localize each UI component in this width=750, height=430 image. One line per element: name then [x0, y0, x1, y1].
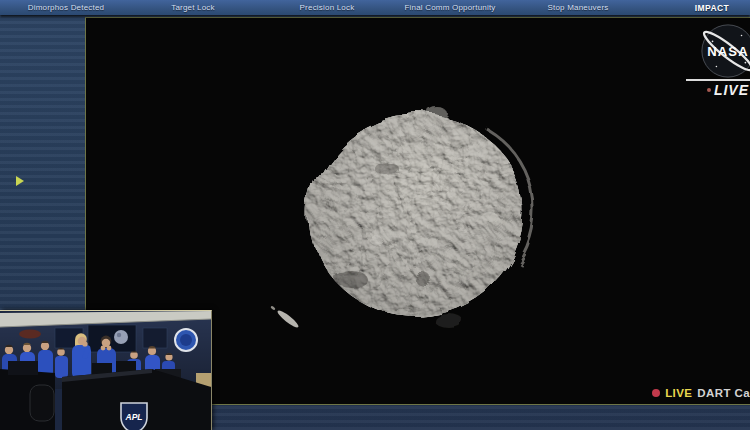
- nasa-logo-text: NASA: [707, 44, 749, 59]
- milestone-dimorphos-detected: Dimorphos Detected: [28, 3, 105, 12]
- wall-emblem: [19, 330, 41, 339]
- wall-screen: [88, 325, 136, 352]
- live-label: LIVE: [714, 82, 749, 98]
- live-dot-icon: [707, 88, 711, 92]
- apl-logo-icon: APL: [121, 403, 147, 430]
- badge-camera-label: DART Ca: [697, 387, 750, 399]
- moon-display: [114, 330, 128, 344]
- live-divider-line: [686, 79, 750, 81]
- nasa-logo-icon: NASA: [699, 22, 750, 80]
- milestone-precision-lock: Precision Lock: [300, 3, 355, 12]
- broadcast-stage: Dimorphos Detected Target Lock Precision…: [0, 0, 750, 430]
- milestone-final-comm-opportunity: Final Comm Opportunity: [404, 3, 495, 12]
- play-icon[interactable]: [16, 176, 24, 186]
- asteroid-body: [285, 87, 548, 341]
- camera-live-badge: LIVE DART Ca: [652, 387, 750, 399]
- mission-control-pip: APL: [0, 310, 212, 430]
- asteroid-debris-fragment: [276, 308, 300, 329]
- milestone-target-lock: Target Lock: [171, 3, 215, 12]
- milestone-stop-maneuvers: Stop Maneuvers: [547, 3, 608, 12]
- mission-control-scene: APL: [0, 311, 211, 430]
- milestone-impact: IMPACT: [695, 3, 729, 13]
- apl-logo-text: APL: [125, 412, 143, 422]
- mission-milestone-bar: Dimorphos Detected Target Lock Precision…: [0, 0, 750, 15]
- live-indicator: LIVE: [707, 82, 749, 98]
- badge-live-label: LIVE: [665, 387, 692, 399]
- office-chair: [30, 385, 54, 421]
- record-dot-icon: [652, 389, 660, 397]
